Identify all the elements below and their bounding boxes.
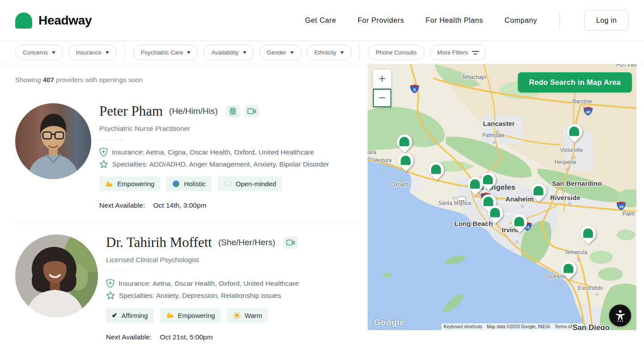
in-person-chair-icon <box>226 105 240 117</box>
map-label-san-diego: San Diego <box>572 323 610 330</box>
insurance-list: Aetna, Cigna, Oscar Health, Oxford, Unit… <box>146 148 314 156</box>
keyboard-shortcuts-link[interactable]: Keyboard shortcuts <box>441 323 484 330</box>
redo-search-button[interactable]: Redo Search in Map Area <box>518 72 632 92</box>
city-dot <box>521 205 524 208</box>
filter-insurance-label: Insurance <box>76 49 102 56</box>
filter-gender[interactable]: Gender <box>259 45 301 60</box>
provider-card[interactable]: Peter Pham (He/Him/His) <box>15 103 358 209</box>
city-dot <box>493 141 496 144</box>
map-label-san-bernardino: San Bernardino <box>552 180 602 187</box>
map-label-riverside: Riverside <box>550 194 580 201</box>
map-label-victorville: Victorville <box>560 147 583 153</box>
filter-phone-consults[interactable]: Phone Consults <box>368 45 424 60</box>
specialties-label: Specialties: <box>119 292 154 299</box>
specialties-list: Anxiety, Depression, Relationship Issues <box>156 292 281 299</box>
specialties-list: ADD/ADHD, Anger Management, Anxiety, Bip… <box>149 160 329 168</box>
svg-text:10: 10 <box>619 205 623 209</box>
filter-psychiatric-care[interactable]: Psychiatric Care <box>133 45 199 60</box>
filter-insurance[interactable]: Insurance <box>68 45 117 60</box>
svg-text:40: 40 <box>586 110 590 114</box>
city-dot <box>558 283 561 286</box>
next-available-label: Next Available: <box>99 201 145 209</box>
trait-badge: Warm <box>227 308 268 323</box>
trait-badge: Open-minded <box>218 176 282 191</box>
badge-label: Empowering <box>117 180 154 188</box>
nav-for-providers[interactable]: For Providers <box>358 17 404 25</box>
trait-badge: Empowering <box>160 308 221 323</box>
headway-logo-text: Headway <box>38 13 92 28</box>
next-available-label: Next Available: <box>106 333 152 341</box>
map-label-ventura: Ventura <box>373 157 391 163</box>
filter-gender-label: Gender <box>267 49 286 56</box>
headway-logo-icon <box>15 13 32 29</box>
trait-badge: Empowering <box>99 176 160 191</box>
interstate-40-shield: 40 <box>583 106 593 116</box>
insurance-line: Insurance: Aetna, Cigna, Oscar Health, O… <box>99 147 329 157</box>
more-filters-label: More Filters <box>437 49 468 56</box>
divider <box>99 139 124 140</box>
badge-label: Empowering <box>178 312 215 319</box>
chevron-down-icon <box>187 51 191 54</box>
map-label-barstow: Barstow <box>572 98 592 105</box>
insurance-line: Insurance: Aetna, Oscar Health, Oxford, … <box>106 279 299 288</box>
star-icon <box>99 160 108 168</box>
accessibility-person-icon <box>614 309 626 322</box>
provider-name[interactable]: Peter Pham <box>99 103 163 119</box>
interstate-5-shield: 5 <box>410 84 419 94</box>
map-label-palm-springs: Palm Springs <box>623 211 636 217</box>
provider-photo[interactable] <box>15 234 98 317</box>
shield-plus-icon <box>106 279 114 288</box>
headway-logo[interactable]: Headway <box>15 13 92 29</box>
globe-icon <box>172 180 180 188</box>
map-label-escondido: Escondido <box>578 285 603 291</box>
map-attribution: Keyboard shortcuts Map data ©2023 Google… <box>441 323 583 330</box>
google-logo[interactable]: Google <box>374 318 404 327</box>
filter-divider <box>360 44 360 61</box>
provider-card[interactable]: Dr. Tahirih Moffett (She/Her/Hers) Licen… <box>15 234 358 341</box>
chevron-down-icon <box>106 51 109 54</box>
insurance-list: Aetna, Oscar Health, Oxford, United Heal… <box>153 280 299 287</box>
results-count-text: Showing 407 providers with openings soon <box>15 76 358 84</box>
filter-bar: Concerns Insurance Psychiatric Care Avai… <box>0 41 644 64</box>
map-panel[interactable]: Tehachapi Fort Irwin Barstow Lancaster P… <box>368 64 636 330</box>
map-label-tehachapi: Tehachapi <box>462 74 486 80</box>
next-available-value: Oct 14th, 3:00pm <box>153 201 207 209</box>
divider <box>106 271 131 271</box>
accessibility-button[interactable] <box>609 305 631 326</box>
provider-title: Licensed Clinical Psychologist <box>106 256 299 264</box>
sun-icon <box>233 312 241 319</box>
provider-title: Psychiatric Nurse Practitioner <box>99 125 329 133</box>
provider-photo[interactable] <box>15 103 91 179</box>
nav-get-care[interactable]: Get Care <box>305 17 336 25</box>
map-zoom-in-button[interactable]: + <box>373 70 391 88</box>
next-available: Next Available: Oct 14th, 3:00pm <box>99 201 329 209</box>
next-available: Next Available: Oct 21st, 5:00pm <box>106 333 299 341</box>
specialties-line: Specialties: ADD/ADHD, Anger Management,… <box>99 160 329 168</box>
filter-availability[interactable]: Availability <box>203 45 254 60</box>
video-camera-icon <box>245 105 259 117</box>
badge-label: Open-minded <box>236 180 276 188</box>
muscle-icon <box>105 180 113 188</box>
map-zoom-out-button[interactable]: − <box>373 89 391 107</box>
insurance-label: Insurance: <box>112 148 144 156</box>
main-content: Showing 407 providers with openings soon <box>0 64 644 347</box>
specialties-line: Specialties: Anxiety, Depression, Relati… <box>106 291 299 300</box>
next-available-value: Oct 21st, 5:00pm <box>160 333 213 341</box>
chevron-down-icon <box>52 51 55 54</box>
badge-label: Warm <box>245 312 262 319</box>
specialties-label: Specialties: <box>112 160 148 168</box>
filter-concerns[interactable]: Concerns <box>15 45 63 60</box>
nav-company[interactable]: Company <box>504 17 537 25</box>
filter-concerns-label: Concerns <box>23 49 48 56</box>
filter-psychiatric-care-label: Psychiatric Care <box>141 49 183 56</box>
filter-ethnicity[interactable]: Ethnicity <box>307 45 352 60</box>
city-dot <box>453 196 455 199</box>
provider-results-list: Showing 407 providers with openings soon <box>0 64 368 341</box>
login-button[interactable]: Log in <box>584 10 629 31</box>
interstate-10-shield: 10 <box>616 201 626 211</box>
provider-name[interactable]: Dr. Tahirih Moffett <box>106 234 212 251</box>
top-nav-bar: Headway Get Care For Providers For Healt… <box>0 0 644 41</box>
nav-for-health-plans[interactable]: For Health Plans <box>426 17 483 25</box>
showing-suffix: providers with openings soon <box>56 76 143 84</box>
filter-more-filters[interactable]: More Filters <box>430 45 487 60</box>
